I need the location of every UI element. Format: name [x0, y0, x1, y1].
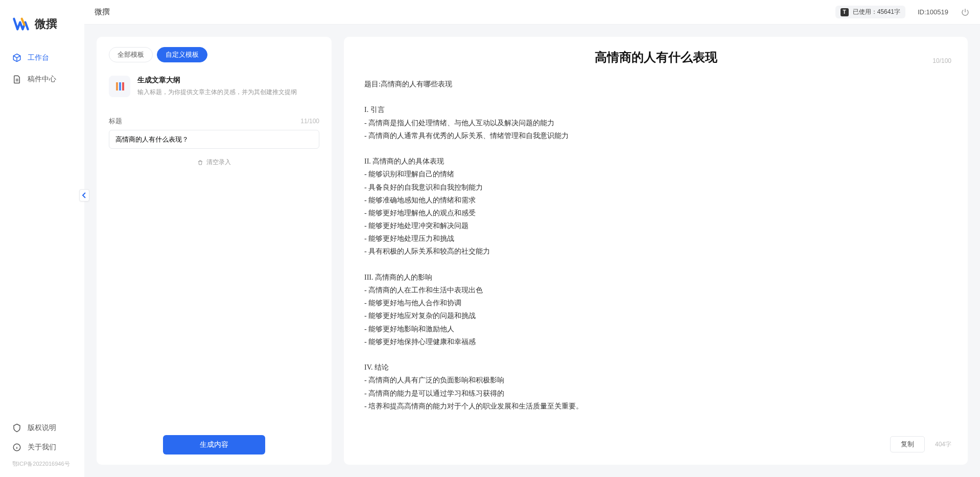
page-title: 微撰: [95, 7, 110, 17]
sidebar-collapse-toggle[interactable]: [79, 189, 89, 201]
template-title: 生成文章大纲: [137, 76, 297, 85]
document-title-counter: 10/100: [932, 57, 951, 64]
nav-label: 稿件中心: [28, 75, 56, 84]
clear-input-button[interactable]: 清空录入: [197, 158, 231, 167]
tab-custom-template[interactable]: 自定义模板: [157, 47, 207, 62]
copy-button[interactable]: 复制: [890, 436, 925, 452]
nav-drafts[interactable]: 稿件中心: [4, 70, 80, 89]
chevron-left-icon: [82, 192, 87, 198]
shield-icon: [12, 423, 21, 433]
usage-badge[interactable]: T 已使用： 45641字: [835, 6, 905, 18]
text-icon: T: [841, 8, 849, 16]
sidebar-nav: 工作台 稿件中心: [0, 48, 84, 418]
document-footer: 复制 404字: [360, 428, 951, 452]
clear-label: 清空录入: [206, 158, 231, 167]
logo-icon: [12, 15, 30, 33]
template-card-icon: [109, 76, 130, 97]
doc-icon: [12, 75, 21, 84]
content-row: 全部模板 自定义模板 生成文章大纲 输入标题，为你提供文章主体的灵感，并为其创建…: [84, 25, 980, 477]
cube-icon: [12, 53, 21, 62]
usage-label: 已使用：: [853, 8, 877, 16]
trash-icon: [197, 160, 203, 166]
document-body[interactable]: 题目:高情商的人有哪些表现 I. 引言 - 高情商是指人们处理情绪、与他人互动以…: [360, 78, 951, 428]
template-desc: 输入标题，为你提供文章主体的灵感，并为其创建推文提纲: [137, 88, 297, 97]
document-title[interactable]: 高情商的人有什么表现: [360, 49, 951, 65]
link-about[interactable]: 关于我们: [4, 438, 80, 457]
usage-value: 45641字: [877, 8, 900, 16]
link-copyright[interactable]: 版权说明: [4, 418, 80, 438]
brand-name: 微撰: [35, 16, 57, 32]
output-panel: 高情商的人有什么表现 10/100 题目:高情商的人有哪些表现 I. 引言 - …: [344, 37, 968, 465]
user-id: ID:100519: [918, 8, 948, 16]
template-tabs: 全部模板 自定义模板: [109, 47, 319, 62]
link-label: 版权说明: [28, 423, 56, 433]
template-panel: 全部模板 自定义模板 生成文章大纲 输入标题，为你提供文章主体的灵感，并为其创建…: [97, 37, 332, 465]
sidebar-bottom: 版权说明 关于我们 鄂ICP备2022016946号: [0, 418, 84, 472]
link-label: 关于我们: [28, 443, 56, 452]
sidebar: 微撰 工作台 稿件中心 版权说明: [0, 0, 84, 477]
nav-workbench[interactable]: 工作台: [4, 48, 80, 67]
nav-label: 工作台: [28, 53, 49, 62]
word-count: 404字: [935, 440, 951, 449]
icp-text: 鄂ICP备2022016946号: [4, 457, 80, 468]
topbar: 微撰 T 已使用： 45641字 ID:100519: [84, 0, 980, 25]
title-field-counter: 11/100: [300, 118, 319, 125]
tab-all-templates[interactable]: 全部模板: [109, 47, 153, 62]
generate-button[interactable]: 生成内容: [163, 435, 265, 455]
title-field-label: 标题: [109, 117, 122, 126]
brand-logo: 微撰: [0, 10, 84, 48]
info-icon: [12, 443, 21, 452]
template-card: 生成文章大纲 输入标题，为你提供文章主体的灵感，并为其创建推文提纲: [109, 73, 319, 106]
main-area: 微撰 T 已使用： 45641字 ID:100519 全部模板 自定义模板: [84, 0, 980, 477]
title-input[interactable]: [109, 130, 319, 149]
power-icon[interactable]: [961, 8, 970, 17]
